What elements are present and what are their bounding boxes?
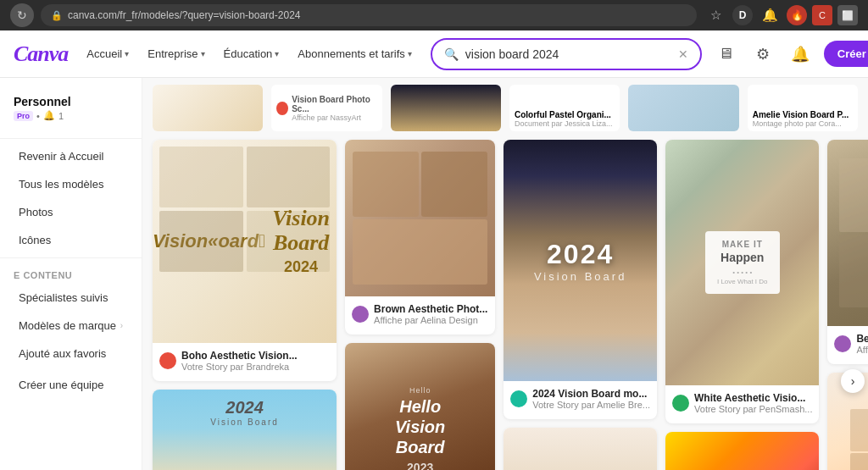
- create-design-button[interactable]: Créer un design: [824, 41, 868, 67]
- extension-box-icon[interactable]: ⬜: [837, 5, 858, 25]
- card-vision-2024-main[interactable]: 2024 Vision Board 2024 Vision Board mo..…: [504, 140, 657, 419]
- card-hello-vision[interactable]: Hello HelloVisionBoard 2023 Brown Illust…: [345, 343, 495, 470]
- nav-right: 🖥 ⚙ 🔔 Créer un design A: [712, 41, 868, 68]
- nav-abonnements[interactable]: Abonnements et tarifs ▾: [289, 42, 420, 65]
- card-colorful-image: 🌄: [665, 432, 819, 470]
- card-vision-2024-info: 2024 Vision Board mo... Votre Story par …: [504, 381, 657, 419]
- monitor-icon[interactable]: 🖥: [712, 41, 739, 68]
- url-text: canva.com/fr_fr/modeles/?query=vision-bo…: [68, 9, 300, 21]
- make-it-box: Make it Happen • • • • • I Love What I D…: [705, 231, 780, 294]
- card-brown-aesthetic[interactable]: Brown Aesthetic Phot... Affiche par Aeli…: [345, 140, 495, 335]
- bell-icon[interactable]: 🔔: [787, 41, 814, 68]
- nav-links: Accueil ▾ Entreprise ▾ Éducation ▾ Abonn…: [78, 42, 420, 65]
- card-beige-brown-title: Beige and Brown Scra...: [856, 333, 868, 345]
- partial-card-5[interactable]: Amelie Vision Board P... Montage photo p…: [748, 85, 858, 131]
- card-boho-title: Boho Aesthetic Vision...: [181, 350, 298, 362]
- card-colorful-photo[interactable]: 🌄: [665, 432, 819, 470]
- card-brown-info: Brown Aesthetic Phot... Affiche par Aeli…: [345, 296, 495, 335]
- card-brown-text: Brown Aesthetic Phot... Affiche par Aeli…: [374, 303, 487, 325]
- card-vision-2024-avatar: [510, 390, 527, 407]
- nav-entreprise[interactable]: Entreprise ▾: [139, 42, 213, 65]
- card-beige-brown-avatar: [834, 335, 851, 352]
- card-brown-author-row: Brown Aesthetic Phot... Affiche par Aeli…: [352, 303, 488, 325]
- gallery-col-1: Brown Aesthetic Phot... Affiche par Aeli…: [345, 140, 495, 470]
- partial-info-5: Amelie Vision Board P... Montage photo p…: [748, 107, 858, 131]
- sidebar-section-label: e contenu: [0, 262, 142, 284]
- partial-card-3[interactable]: Colorful Pastel Organi... Document par J…: [509, 85, 620, 131]
- sidebar-item-icons[interactable]: Icônes: [5, 226, 136, 254]
- sidebar-user-name: Personnel: [14, 95, 128, 108]
- gallery-col-0: VisionBoard 2024 Boho Aesthetic Vision..…: [153, 140, 337, 470]
- star-icon[interactable]: ☆: [704, 3, 727, 27]
- hello-small-text: Hello: [409, 386, 431, 395]
- card-boho-vision[interactable]: VisionBoard 2024 Boho Aesthetic Vision..…: [153, 140, 337, 381]
- search-clear-icon[interactable]: ✕: [678, 47, 688, 61]
- sidebar-item-home[interactable]: Revenir à Accueil: [5, 142, 136, 170]
- sidebar-user: Personnel Pro • 🔔 1: [0, 88, 142, 135]
- extension-fire-icon[interactable]: 🔥: [787, 5, 807, 25]
- card-brown-image: [345, 140, 495, 296]
- card-beige-brown-image: [827, 140, 868, 326]
- partial-card-0[interactable]: [153, 85, 263, 131]
- search-icon: 🔍: [444, 47, 459, 61]
- brand-templates-label: Modèles de marque: [19, 319, 116, 332]
- card-boho-text: Boho Aesthetic Vision... Votre Story par…: [181, 350, 298, 372]
- card-vision-story[interactable]: VisionBoard Vision Board Story Votre Sto…: [504, 428, 657, 470]
- gallery-col-2: 2024 Vision Board 2024 Vision Board mo..…: [504, 140, 657, 470]
- card-beach-2024[interactable]: 2024 Vision Board Beige Gray Refined So.…: [153, 390, 337, 470]
- gallery-grid: VisionBoard 2024 Boho Aesthetic Vision..…: [153, 140, 858, 470]
- sidebar: Personnel Pro • 🔔 1 Revenir à Accueil To…: [0, 78, 142, 470]
- card-hello-image: Hello HelloVisionBoard 2023: [345, 343, 495, 470]
- nav-accueil[interactable]: Accueil ▾: [78, 42, 137, 65]
- main-layout: Personnel Pro • 🔔 1 Revenir à Accueil To…: [0, 78, 868, 470]
- card-beige-brown-subtitle: Affiche par Aelina Design: [856, 345, 868, 355]
- card-beige-brown-text: Beige and Brown Scra... Affiche par Aeli…: [856, 333, 868, 355]
- extension-red-icon[interactable]: C: [812, 5, 832, 25]
- sidebar-item-specialists[interactable]: Spécialistes suivis: [5, 284, 136, 312]
- partial-title-1: Vision Board Photo Sc...: [292, 95, 376, 113]
- partial-sub-3: Document par Jessica Liza...: [515, 119, 615, 128]
- card-beige-brown-info: Beige and Brown Scra... Affiche par Aeli…: [827, 326, 868, 364]
- brand-chevron-icon: ›: [120, 321, 123, 330]
- card-vision-2024-image: 2024 Vision Board: [504, 140, 657, 381]
- sidebar-item-all-templates[interactable]: Tous les modèles: [5, 170, 136, 198]
- refresh-button[interactable]: ↻: [10, 3, 34, 27]
- partial-col-1: Vision Board Photo Sc... Affiche par Nas…: [271, 85, 381, 131]
- sidebar-item-create-team[interactable]: Créer une équipe: [5, 371, 136, 399]
- search-input[interactable]: vision board 2024: [465, 47, 671, 61]
- canva-app: Canva Accueil ▾ Entreprise ▾ Éducation ▾…: [0, 30, 868, 470]
- accueil-chevron: ▾: [125, 49, 129, 58]
- partial-sub-5: Montage photo par Cora...: [753, 119, 853, 128]
- partial-sub-1: Affiche par NassyArt: [292, 113, 376, 122]
- card-make-it-happen[interactable]: Make it Happen • • • • • I Love What I D…: [665, 140, 819, 423]
- search-bar[interactable]: 🔍 vision board 2024 ✕: [431, 38, 702, 70]
- card-vision-2024-author: 2024 Vision Board mo... Votre Story par …: [510, 388, 650, 410]
- hello-main-text: HelloVisionBoard: [395, 396, 445, 457]
- make-it-happen-text: Happen: [717, 251, 768, 265]
- partial-card-vision-photo[interactable]: Vision Board Photo Sc... Affiche par Nas…: [271, 85, 381, 131]
- canva-logo[interactable]: Canva: [14, 41, 68, 67]
- address-bar[interactable]: 🔒 canva.com/fr_fr/modeles/?query=vision-…: [41, 4, 697, 26]
- browser-icons-right: ☆ D 🔔 🔥 C ⬜: [704, 3, 858, 27]
- lock-icon: 🔒: [51, 10, 63, 21]
- sidebar-item-brand[interactable]: Modèles de marque ›: [5, 312, 136, 340]
- partial-card-2[interactable]: [391, 85, 501, 131]
- scroll-right-button[interactable]: ›: [841, 369, 865, 393]
- sidebar-item-photos[interactable]: Photos: [5, 198, 136, 226]
- partial-card-4[interactable]: [628, 85, 738, 131]
- sidebar-item-favorites[interactable]: Ajouté aux favoris: [5, 340, 136, 368]
- nav-education[interactable]: Éducation ▾: [215, 42, 288, 65]
- card-beige-brown[interactable]: Beige and Brown Scra... Affiche par Aeli…: [827, 140, 868, 364]
- card-brown-subtitle: Affiche par Aelina Design: [374, 315, 487, 325]
- card-brown-title: Brown Aesthetic Phot...: [374, 303, 487, 315]
- top-partial-row: Vision Board Photo Sc... Affiche par Nas…: [153, 85, 858, 131]
- make-it-make: Make it: [717, 240, 768, 249]
- card-make-it-image: Make it Happen • • • • • I Love What I D…: [665, 140, 819, 385]
- search-bar-container: 🔍 vision board 2024 ✕: [420, 38, 712, 70]
- extension-bell-icon[interactable]: 🔔: [758, 3, 782, 27]
- hello-year: 2023: [407, 461, 433, 471]
- extension-d-icon[interactable]: D: [732, 5, 753, 25]
- settings-icon[interactable]: ⚙: [749, 41, 776, 68]
- browser-controls: ↻: [10, 3, 34, 27]
- card-beige-brown-author: Beige and Brown Scra... Affiche par Aeli…: [834, 333, 868, 355]
